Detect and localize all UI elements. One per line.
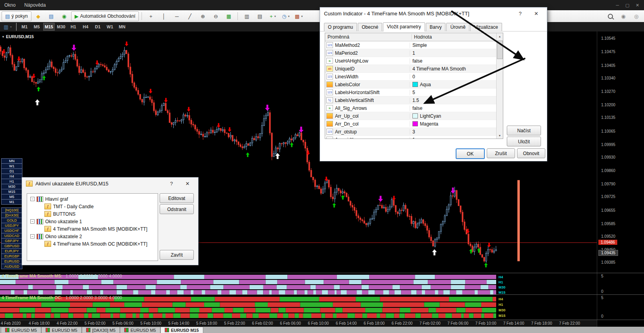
panel-divider[interactable] <box>0 320 644 320</box>
timeframe-mn[interactable]: MN <box>116 23 128 31</box>
auto-trading-button[interactable]: ▶Automatické Obchodování <box>71 11 139 21</box>
chart-tab[interactable]: [DAX30] M5 <box>82 327 120 333</box>
parameter-value[interactable]: 1 <box>410 50 503 56</box>
parameter-row[interactable]: 123Arr_otstup3 <box>325 128 503 136</box>
chart-tf-button-m15[interactable]: M15 <box>1 189 22 194</box>
parameter-row[interactable]: Arr_Dn_colMagenta <box>325 120 503 128</box>
collapse-box-icon[interactable]: − <box>30 197 35 201</box>
community-button[interactable]: ◉ <box>617 11 629 21</box>
scrollbar-thumb[interactable] <box>497 41 503 59</box>
parameter-row[interactable]: LabelsColorAqua <box>325 81 503 89</box>
edit-button[interactable]: Editovat <box>160 193 194 203</box>
chart-symbol-button[interactable]: EURGBP <box>1 253 22 259</box>
chart-symbol-button[interactable]: GBPUSD <box>1 243 22 249</box>
menu-item[interactable]: Okno <box>0 2 20 8</box>
zoom-out-button[interactable]: ⊖ <box>210 11 222 21</box>
parameter-row[interactable]: 123Arr_width1 <box>325 136 503 139</box>
panel-divider[interactable] <box>0 294 644 295</box>
parameter-value[interactable]: LightCyan <box>410 113 503 119</box>
tree-item[interactable]: ƒ4 TimeFrame MA Smooth OC [MOBIDIK+TT] <box>27 240 158 248</box>
parameter-value[interactable]: Aqua <box>410 82 503 87</box>
horizontal-line-button[interactable]: ─ <box>171 11 183 21</box>
collapse-icon[interactable]: ▾ <box>2 35 4 39</box>
trendline-button[interactable]: ╱ <box>184 11 196 21</box>
search-button[interactable] <box>604 11 616 21</box>
chart-bars-button[interactable]: ▥ <box>241 11 253 21</box>
dialog-titlebar[interactable]: ƒ Aktivní ukazatele EURUSD,M15 ? ✕ <box>22 178 198 189</box>
tab-vlo-it-parametry[interactable]: Vložit parametry <box>383 22 425 31</box>
tree-item[interactable]: ƒBUTTONS <box>27 210 158 218</box>
print-icon-button[interactable]: ▤ <box>45 11 57 21</box>
tree-node[interactable]: −Hlavní graf <box>27 195 158 203</box>
chart-tf-button-h4[interactable]: H4 <box>1 174 22 179</box>
reset-button[interactable]: Obnovit <box>517 148 545 158</box>
close-icon[interactable]: ✕ <box>181 181 194 187</box>
parameter-value[interactable]: 1.5 <box>410 98 503 103</box>
collapse-box-icon[interactable]: − <box>30 219 35 224</box>
timeframe-w1[interactable]: W1 <box>104 23 116 31</box>
chart-symbol-button[interactable]: USDJPY <box>1 223 22 228</box>
chart-type-button[interactable]: ▥ ▾ <box>2 22 14 32</box>
parameter-row[interactable]: ≈UseHAHighLowfalse <box>325 57 503 65</box>
load-button[interactable]: Načíst <box>507 126 541 135</box>
chart-symbol-button[interactable]: [DAX30] <box>1 213 22 218</box>
minimize-button[interactable]: ─ <box>616 3 619 8</box>
parameter-row[interactable]: ≈All_Sig_Arrowsfalse <box>325 104 503 112</box>
timeframe-m30[interactable]: M30 <box>55 23 67 31</box>
vertical-line-button[interactable]: │ <box>158 11 170 21</box>
parameter-row[interactable]: 123LabelsHorizontalShift5 <box>325 89 503 96</box>
collapse-box-icon[interactable]: − <box>30 234 35 239</box>
chart-tab[interactable]: EURUSD M5 <box>120 327 160 333</box>
help-button[interactable]: ? <box>513 11 527 17</box>
chart-tf-button-d1[interactable]: D1 <box>1 168 22 174</box>
chart-tab[interactable]: EURUSD M5 <box>1 327 41 333</box>
parameter-row[interactable]: ½LabelsVerticalShift1.5 <box>325 96 503 104</box>
close-button[interactable]: ✕ <box>636 3 639 8</box>
chart-tf-button-m1[interactable]: M1 <box>1 199 22 205</box>
close-button[interactable]: Zavřít <box>160 250 194 260</box>
parameter-value[interactable]: 3 <box>410 129 503 135</box>
zoom-in-button[interactable]: ⊕ <box>197 11 209 21</box>
chart-symbol-button[interactable]: EURJPY <box>1 248 22 254</box>
save-button[interactable]: Uložit <box>507 137 541 146</box>
chart-symbol-button[interactable]: USDCAD <box>1 233 22 239</box>
chart-symbol-button[interactable]: USDCHF <box>1 228 22 233</box>
chart-tf-button-h1[interactable]: H1 <box>1 179 22 184</box>
chart-symbol-button[interactable]: AUDUSD <box>1 264 22 269</box>
chart-symbol-button[interactable]: GBPJPY <box>1 238 22 244</box>
tab-vizualizace[interactable]: Vizualizace <box>470 23 502 31</box>
timeframe-m5[interactable]: M5 <box>31 23 42 31</box>
chart-tab[interactable]: EURUSD M15 <box>160 327 203 333</box>
table-scrollbar[interactable]: ▲ ▼ <box>496 33 503 139</box>
timeframe-h4[interactable]: H4 <box>80 23 91 31</box>
tab-o-programu[interactable]: O programu <box>324 23 357 31</box>
maximize-button[interactable]: ▢ <box>625 3 629 8</box>
parameter-row[interactable]: 123MaPeriod21 <box>325 49 503 57</box>
tab--rovn-[interactable]: Úrovně <box>446 23 469 31</box>
chart-symbol-button[interactable]: [NQ100] <box>1 207 22 213</box>
chart-tf-button-m30[interactable]: M30 <box>1 184 22 189</box>
tab-obecn-[interactable]: Obecné <box>358 23 382 31</box>
parameter-value[interactable]: false <box>410 105 503 111</box>
cancel-button[interactable]: Zrušit <box>487 148 515 158</box>
parameter-row[interactable]: 123LinesWidth0 <box>325 73 503 81</box>
new-order-button[interactable]: ▤ý pokyn <box>2 11 31 21</box>
parameter-row[interactable]: abUniqueID4 TimeFrame MA Smooth <box>325 65 503 73</box>
parameter-value[interactable]: Simple <box>410 43 503 48</box>
chart-symbol-button[interactable]: EURUSD <box>1 259 22 264</box>
scroll-down-button[interactable]: ▼ <box>497 132 503 139</box>
timeframe-d1[interactable]: D1 <box>92 23 103 31</box>
ok-button[interactable]: OK <box>456 148 485 159</box>
chart-symbol-button[interactable]: GOLD <box>1 218 22 223</box>
template-button[interactable]: ▩▾ <box>293 11 305 21</box>
tree-node[interactable]: −Okno ukazatele 2 <box>27 233 158 240</box>
parameter-value[interactable]: 0 <box>410 74 503 80</box>
help-button[interactable]: ? <box>165 181 178 187</box>
parameter-value[interactable]: 1 <box>410 137 503 139</box>
info-icon-button[interactable]: ◉ <box>58 11 70 21</box>
tree-item[interactable]: ƒ4 TimeFrame MA Smooth MS [MOBIDIK+TT] <box>27 225 158 233</box>
tile-windows-button[interactable]: ▦ <box>223 11 235 21</box>
parameter-value[interactable]: 4 TimeFrame MA Smooth <box>410 66 503 72</box>
add-indicator-button[interactable]: +▾ <box>267 11 279 21</box>
chart-tf-button-mn[interactable]: MN <box>1 158 22 164</box>
